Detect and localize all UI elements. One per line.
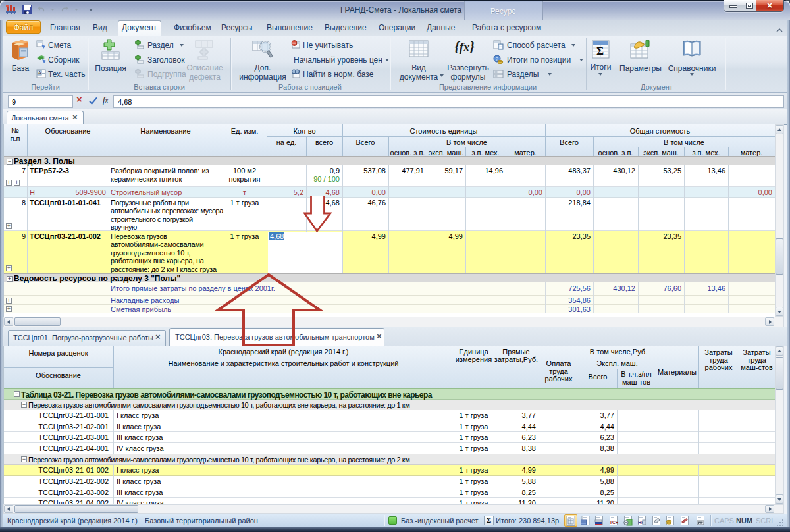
svg-text:ТСН: ТСН xyxy=(610,520,618,525)
svg-text:Σ: Σ xyxy=(596,45,604,57)
svg-text:A: A xyxy=(38,70,41,75)
